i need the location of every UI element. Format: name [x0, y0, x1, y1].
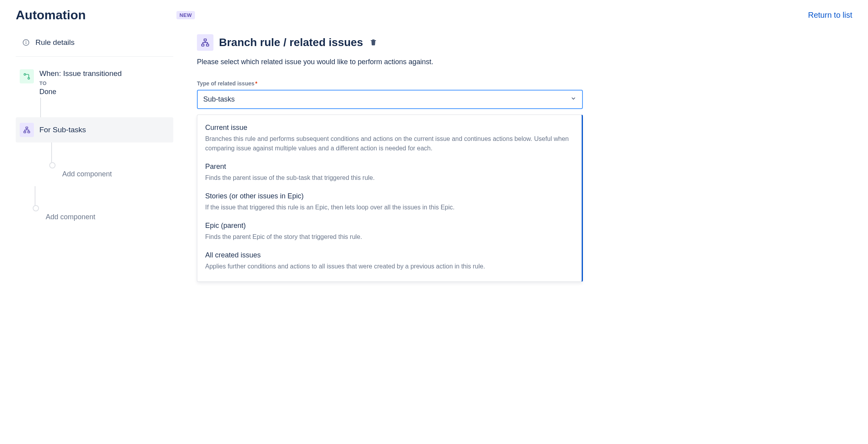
svg-point-2: [26, 41, 26, 41]
select-value: Sub-tasks: [203, 95, 235, 104]
svg-point-4: [28, 78, 30, 79]
add-component-label: Add component: [62, 170, 112, 178]
branch-label: For Sub-tasks: [39, 126, 86, 134]
trigger-value: Done: [39, 88, 122, 96]
svg-rect-8: [204, 39, 206, 41]
option-title: Parent: [205, 163, 574, 171]
dropdown-panel: Current issue Branches this rule and per…: [197, 115, 583, 282]
option-current-issue[interactable]: Current issue Branches this rule and per…: [197, 118, 582, 157]
option-parent[interactable]: Parent Finds the parent issue of the sub…: [197, 157, 582, 187]
info-icon: [22, 39, 30, 46]
trigger-item[interactable]: When: Issue transitioned TO Done: [16, 68, 173, 98]
option-title: Current issue: [205, 124, 574, 132]
add-component-inner-button[interactable]: Add component: [46, 170, 173, 178]
svg-rect-9: [202, 44, 204, 46]
rule-details-item[interactable]: Rule details: [16, 34, 173, 57]
connector: [51, 142, 173, 166]
sidebar: Rule details When: Issue transitioned TO…: [16, 34, 173, 282]
svg-rect-7: [28, 131, 30, 133]
rule-details-label: Rule details: [35, 38, 74, 47]
option-title: Epic (parent): [205, 222, 574, 230]
option-desc: Finds the parent issue of the sub-task t…: [205, 173, 574, 183]
option-epic-parent[interactable]: Epic (parent) Finds the parent Epic of t…: [197, 216, 582, 246]
branch-icon: [20, 123, 34, 137]
return-to-list-link[interactable]: Return to list: [808, 11, 852, 20]
connector: [35, 186, 173, 209]
transition-icon: [20, 69, 34, 83]
option-stories-in-epic[interactable]: Stories (or other issues in Epic) If the…: [197, 187, 582, 216]
chevron-down-icon: [570, 95, 577, 104]
main-panel: Branch rule / related issues Please sele…: [197, 34, 583, 282]
add-component-outer-button[interactable]: Add component: [30, 213, 173, 221]
page-title: Automation: [16, 8, 86, 22]
main-heading: Branch rule / related issues: [219, 36, 363, 49]
svg-rect-10: [206, 44, 209, 46]
connector: [40, 98, 173, 117]
trigger-sub-label: TO: [39, 80, 122, 86]
branch-item[interactable]: For Sub-tasks: [16, 117, 173, 142]
header-left: Automation NEW: [16, 8, 195, 22]
svg-rect-5: [26, 127, 28, 129]
option-title: Stories (or other issues in Epic): [205, 192, 574, 200]
header-row: Automation NEW Return to list: [16, 8, 852, 22]
field-label: Type of related issues*: [197, 80, 583, 87]
svg-rect-6: [24, 131, 26, 133]
option-desc: Finds the parent Epic of the story that …: [205, 232, 574, 242]
branch-icon: [197, 34, 213, 51]
related-issue-type-select[interactable]: Sub-tasks: [197, 90, 583, 109]
option-all-created-issues[interactable]: All created issues Applies further condi…: [197, 246, 582, 275]
option-desc: If the issue that triggered this rule is…: [205, 203, 574, 212]
option-desc: Branches this rule and performs subseque…: [205, 134, 574, 153]
delete-icon[interactable]: [369, 38, 377, 47]
add-component-label: Add component: [46, 213, 95, 221]
option-desc: Applies further conditions and actions t…: [205, 262, 574, 271]
option-title: All created issues: [205, 251, 574, 259]
new-badge: NEW: [176, 11, 195, 19]
trigger-title: When: Issue transitioned: [39, 69, 122, 78]
required-indicator: *: [255, 80, 257, 87]
svg-point-3: [24, 74, 26, 75]
main-description: Please select which related issue you wo…: [197, 58, 583, 66]
